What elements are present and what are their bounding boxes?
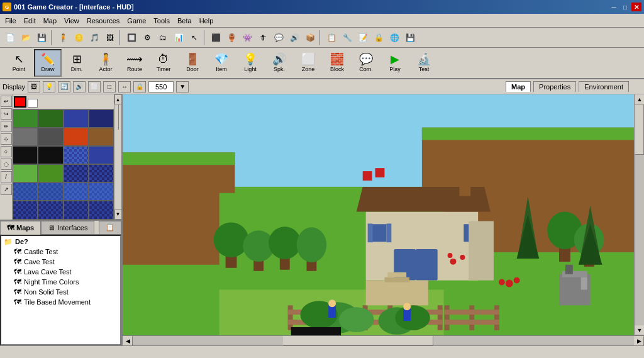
menu-resources[interactable]: Resources bbox=[83, 16, 124, 26]
tool-item[interactable]: 💎 Item bbox=[208, 49, 235, 77]
display-btn-7[interactable]: ↔ bbox=[118, 81, 131, 92]
tab-extra[interactable]: 📋 bbox=[99, 221, 121, 235]
color-secondary[interactable] bbox=[28, 99, 38, 108]
zoom-input[interactable] bbox=[148, 81, 174, 92]
tb-r3[interactable]: 👾 bbox=[240, 30, 255, 45]
display-btn-5[interactable]: ⬜ bbox=[88, 81, 101, 92]
tile-23[interactable] bbox=[64, 201, 89, 219]
tool-spk[interactable]: 🔊 Spk. bbox=[265, 49, 293, 77]
sub-tool-8[interactable]: ↗ bbox=[1, 184, 12, 195]
display-btn-1[interactable]: 🖼 bbox=[28, 81, 40, 92]
tb-x1[interactable]: 📋 bbox=[324, 30, 339, 45]
tree-item-non-solid-test[interactable]: 🗺 Non Solid Test bbox=[13, 287, 119, 297]
display-btn-6[interactable]: □ bbox=[103, 81, 116, 92]
hscroll-left[interactable]: ◀ bbox=[123, 336, 133, 345]
display-btn-8[interactable]: 🔒 bbox=[133, 81, 146, 92]
tile-18[interactable] bbox=[38, 182, 63, 201]
color-primary[interactable] bbox=[14, 96, 26, 108]
tile-8[interactable] bbox=[89, 128, 114, 146]
tb-new[interactable]: 📄 bbox=[3, 30, 18, 45]
display-btn-3[interactable]: 🔄 bbox=[58, 81, 70, 92]
tool-light[interactable]: 💡 Light bbox=[236, 49, 264, 77]
display-btn-4[interactable]: 🔊 bbox=[73, 81, 86, 92]
tile-1[interactable] bbox=[13, 109, 38, 128]
sub-tool-1[interactable]: ↩ bbox=[1, 96, 12, 107]
tool-block[interactable]: 🧱 Block bbox=[323, 49, 351, 77]
menu-map[interactable]: Map bbox=[40, 16, 60, 26]
tile-21[interactable] bbox=[13, 201, 38, 219]
sub-tool-7[interactable]: / bbox=[1, 171, 12, 182]
tile-20[interactable] bbox=[89, 182, 114, 201]
sub-tool-6[interactable]: ◌ bbox=[1, 159, 12, 170]
tb-save[interactable]: 💾 bbox=[34, 30, 49, 45]
sub-tool-5[interactable]: ○ bbox=[1, 146, 12, 157]
tile-5[interactable] bbox=[13, 128, 38, 146]
tile-7[interactable] bbox=[64, 128, 89, 146]
tb-actor[interactable]: 🧍 bbox=[55, 30, 70, 45]
tree-item-night-time-colors[interactable]: 🗺 Night Time Colors bbox=[13, 277, 119, 287]
tool-route[interactable]: ⟿ Route bbox=[121, 49, 148, 77]
tool-door[interactable]: 🚪 Door bbox=[179, 49, 206, 77]
display-btn-2[interactable]: 💡 bbox=[43, 81, 55, 92]
tool-com[interactable]: 💬 Com. bbox=[352, 49, 380, 77]
tb-coin[interactable]: 🪙 bbox=[71, 30, 86, 45]
zoom-dropdown[interactable]: ▼ bbox=[176, 81, 189, 92]
hscroll-right[interactable]: ▶ bbox=[634, 336, 644, 345]
tab-properties[interactable]: Properties bbox=[533, 81, 576, 92]
tb-x2[interactable]: 🔧 bbox=[340, 30, 355, 45]
maximize-button[interactable]: □ bbox=[620, 3, 630, 11]
tab-maps[interactable]: 🗺 Maps bbox=[0, 221, 41, 235]
vscroll-down[interactable]: ▼ bbox=[635, 325, 644, 335]
tb-music[interactable]: 🎵 bbox=[87, 30, 102, 45]
tb-x6[interactable]: 💾 bbox=[402, 30, 418, 45]
close-button[interactable]: ✕ bbox=[631, 3, 641, 11]
hscroll-thumb[interactable] bbox=[283, 336, 433, 345]
palette-scroll-thumb[interactable] bbox=[118, 104, 119, 130]
map-canvas[interactable] bbox=[123, 94, 634, 335]
vscroll-thumb[interactable] bbox=[635, 104, 644, 155]
palette-scroll-up[interactable]: ▲ bbox=[114, 94, 122, 104]
tile-11[interactable] bbox=[64, 146, 89, 164]
tree-item-cave-test[interactable]: 🗺 Cave Test bbox=[13, 257, 119, 267]
tb-group4[interactable]: 📊 bbox=[171, 30, 186, 45]
tab-environment[interactable]: Environment bbox=[579, 81, 629, 92]
tile-13[interactable] bbox=[13, 164, 38, 182]
titlebar-controls[interactable]: ─ □ ✕ bbox=[609, 3, 641, 11]
tb-group2[interactable]: ⚙ bbox=[140, 30, 155, 45]
palette-scroll-down[interactable]: ▼ bbox=[114, 210, 122, 220]
minimize-button[interactable]: ─ bbox=[609, 3, 619, 11]
tile-10[interactable] bbox=[38, 146, 63, 164]
tile-22[interactable] bbox=[38, 201, 63, 219]
tb-r2[interactable]: 🏺 bbox=[224, 30, 239, 45]
tb-x5[interactable]: 🌐 bbox=[387, 30, 402, 45]
tb-img[interactable]: 🖼 bbox=[103, 30, 118, 45]
tb-r5[interactable]: 💬 bbox=[271, 30, 286, 45]
menu-edit[interactable]: Edit bbox=[20, 16, 40, 26]
tool-timer[interactable]: ⏱ Timer bbox=[150, 49, 177, 77]
sub-tool-2[interactable]: ↪ bbox=[1, 108, 12, 120]
menu-view[interactable]: View bbox=[60, 16, 83, 26]
tile-3[interactable] bbox=[64, 109, 89, 128]
tool-draw[interactable]: ✏️ Draw bbox=[34, 49, 62, 77]
tb-r4[interactable]: 🗡 bbox=[255, 30, 270, 45]
tile-2[interactable] bbox=[38, 109, 63, 128]
tile-14[interactable] bbox=[38, 164, 63, 182]
menu-game[interactable]: Game bbox=[123, 16, 150, 26]
tile-4[interactable] bbox=[89, 109, 114, 128]
tile-12[interactable] bbox=[89, 146, 114, 164]
tb-r6[interactable]: 🔊 bbox=[287, 30, 302, 45]
tile-6[interactable] bbox=[38, 128, 63, 146]
vscroll-up[interactable]: ▲ bbox=[635, 94, 644, 104]
tile-15[interactable] bbox=[64, 164, 89, 182]
tab-map[interactable]: Map bbox=[506, 81, 531, 92]
tile-24[interactable] bbox=[89, 201, 114, 219]
tree-item-castle-test[interactable]: 🗺 Castle Test bbox=[13, 247, 119, 257]
tb-x3[interactable]: 📝 bbox=[355, 30, 370, 45]
menu-file[interactable]: File bbox=[1, 16, 20, 26]
tree-item-lava-cave-test[interactable]: 🗺 Lava Cave Test bbox=[13, 267, 119, 277]
tool-zone[interactable]: ⬜ Zone bbox=[294, 49, 322, 77]
tool-point[interactable]: ↖ Point bbox=[5, 49, 33, 77]
tb-group3[interactable]: 🗂 bbox=[155, 30, 170, 45]
tool-play[interactable]: ▶ Play bbox=[381, 49, 409, 77]
tab-interfaces[interactable]: 🖥 Interfaces bbox=[41, 221, 94, 235]
